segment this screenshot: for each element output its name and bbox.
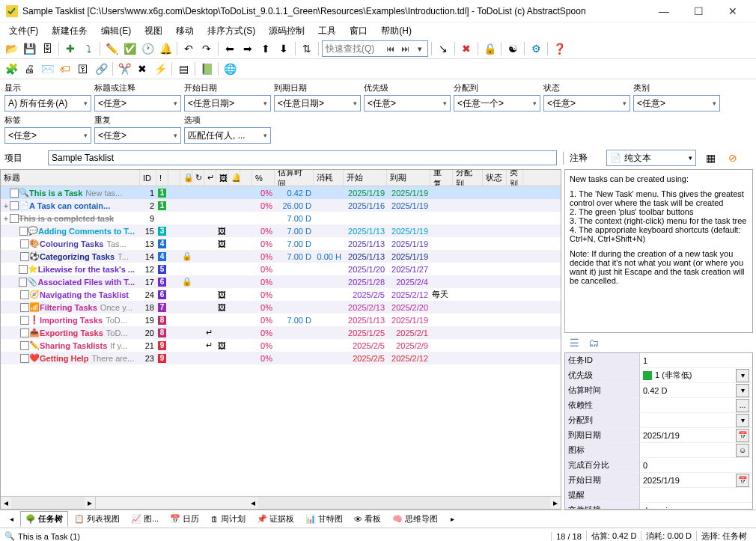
task-row[interactable]: + This is a completed task97.00 D	[1, 212, 561, 224]
menu-移动[interactable]: 移动	[170, 23, 200, 39]
filter-选项[interactable]: 匹配任何人, ...▾	[184, 127, 271, 144]
prop-value[interactable]: ☺	[640, 443, 752, 457]
save-icon[interactable]: 💾	[21, 40, 37, 57]
scrollbar-horizontal[interactable]: ◂ ▸ ◂ ▸	[1, 496, 561, 509]
tab-甘特图[interactable]: 📊甘特图	[300, 511, 348, 527]
col-🔒[interactable]: 🔒	[180, 170, 192, 186]
col-![interactable]: !	[156, 170, 168, 186]
task-checkbox[interactable]	[20, 341, 29, 350]
task-checkbox[interactable]	[10, 189, 19, 198]
prop-value[interactable]: 1	[640, 353, 752, 367]
reminder-icon[interactable]: 🔔	[157, 40, 174, 57]
cut-icon[interactable]: ✂️	[116, 61, 132, 77]
prop-value[interactable]: 0.42 D▾	[640, 383, 752, 397]
book-icon[interactable]: 📗	[198, 61, 215, 77]
minimize-button[interactable]: —	[647, 0, 681, 22]
task-row[interactable]: 🎨 Colouring TasksTas...134🖼0%7.00 D2025/…	[1, 237, 561, 250]
task-checkbox[interactable]	[20, 239, 29, 248]
col-🔔[interactable]: 🔔	[228, 170, 240, 186]
task-checkbox[interactable]	[20, 354, 29, 363]
close-button[interactable]: ✕	[716, 0, 750, 22]
prop-value[interactable]: 1 (非常低)▾	[640, 368, 752, 382]
col-🖼[interactable]: 🖼	[216, 170, 228, 186]
delete-icon[interactable]: ✖	[458, 40, 475, 57]
redo-icon[interactable]: ↷	[198, 40, 215, 57]
task-checkbox[interactable]	[20, 252, 29, 261]
filter-重复[interactable]: <任意>▾	[94, 127, 181, 144]
task-row[interactable]: 🔍 This is a TaskNew tas...110%0.42 D2025…	[1, 186, 561, 199]
menu-文件(F)[interactable]: 文件(F)	[3, 23, 44, 39]
sort-icon[interactable]: ⇅	[299, 40, 315, 57]
tab-日历[interactable]: 📅日历	[165, 511, 204, 527]
col-icon[interactable]	[240, 170, 252, 186]
col-重复[interactable]: 重复	[430, 170, 453, 186]
open-icon[interactable]: 📂	[3, 40, 19, 57]
key-icon[interactable]: ⚿	[75, 61, 91, 77]
task-row[interactable]: ❗ Importing TasksToD...1980%7.00 D2025/1…	[1, 314, 561, 326]
clock-icon[interactable]: 🕐	[139, 40, 156, 57]
tab-next-icon[interactable]: ▸	[444, 511, 460, 528]
prop-value[interactable]: ▾	[640, 413, 752, 427]
indent-icon[interactable]: ➡	[240, 40, 256, 57]
maximize-button[interactable]: ☐	[681, 0, 716, 22]
col-↵[interactable]: ↵	[204, 170, 216, 186]
edit-icon[interactable]: ✏️	[103, 40, 120, 57]
task-row[interactable]: ✏️ Sharing TasklistsIf y...219↵🖼0%2025/2…	[1, 339, 561, 352]
tag-icon[interactable]: 🏷	[57, 61, 73, 77]
filter-状态[interactable]: <任意>▾	[543, 95, 630, 111]
filter-类别[interactable]: <任意>▾	[633, 95, 720, 111]
settings-icon[interactable]: ⚙	[528, 40, 544, 57]
task-row[interactable]: ❤️ Getting HelpThere are...2390%2025/2/5…	[1, 352, 561, 364]
task-checkbox[interactable]	[20, 303, 29, 312]
link-icon[interactable]: 🔗	[93, 61, 109, 77]
complete-icon[interactable]: ✅	[121, 40, 138, 57]
menu-排序方式(S)[interactable]: 排序方式(S)	[201, 23, 261, 39]
new-subtask-icon[interactable]: ⤵	[80, 40, 97, 57]
filter-开始日期[interactable]: <任意日期>▾	[184, 95, 271, 111]
globe-icon[interactable]: 🌐	[222, 61, 238, 77]
tab-任务树[interactable]: 🌳任务树	[20, 511, 68, 527]
task-checkbox[interactable]	[20, 290, 29, 299]
tab-证据板[interactable]: 📌证据板	[252, 511, 299, 527]
col-消耗[interactable]: 消耗	[314, 170, 344, 186]
col-↻[interactable]: ↻	[192, 170, 204, 186]
move-up-icon[interactable]: ⬆	[257, 40, 274, 57]
search-dd-icon[interactable]: ▾	[412, 41, 427, 56]
task-row[interactable]: 🧭 Navigating the Tasklist246🖼0%2025/2/52…	[1, 288, 561, 301]
notes-area[interactable]: New tasks can be created using: 1. The '…	[564, 169, 753, 333]
move-down-icon[interactable]: ⬇	[275, 40, 292, 57]
task-checkbox[interactable]	[10, 201, 19, 210]
task-checkbox[interactable]	[20, 328, 29, 337]
quick-search-input[interactable]	[323, 42, 382, 55]
col-icon[interactable]	[168, 170, 180, 186]
lock-icon[interactable]: 🔒	[481, 40, 498, 57]
col-估算时间[interactable]: 估算时间	[275, 170, 314, 186]
quick-search[interactable]: ⏮ ⏭ ▾	[322, 40, 428, 57]
filter-标签[interactable]: <任意>▾	[4, 127, 91, 144]
yinyang-icon[interactable]: ☯	[504, 40, 521, 57]
flash-icon[interactable]: ⚡	[152, 61, 168, 77]
goto-icon[interactable]: ↘	[435, 40, 451, 57]
prop-value[interactable]: 0	[640, 458, 752, 472]
col-%[interactable]: %	[252, 170, 275, 186]
col-标题[interactable]: 标题	[1, 170, 140, 186]
tab-列表视图[interactable]: 📋列表视图	[69, 511, 125, 527]
col-类别[interactable]: 类别	[507, 170, 523, 186]
x-icon[interactable]: ✖	[134, 61, 150, 77]
save-all-icon[interactable]: 🗄	[39, 40, 55, 57]
col-开始[interactable]: 开始	[344, 170, 387, 186]
task-row[interactable]: 📤 Exporting TasksToD...208↵0%2025/1/2520…	[1, 326, 561, 339]
search-next-icon[interactable]: ⏭	[397, 41, 412, 56]
filter-到期日期[interactable]: <任意日期>▾	[274, 95, 361, 111]
filter-分配到[interactable]: <任意一个>▾	[454, 95, 540, 111]
task-checkbox[interactable]	[20, 316, 29, 325]
help-icon[interactable]: ❓	[551, 40, 567, 57]
task-checkbox[interactable]	[10, 214, 19, 223]
task-checkbox[interactable]	[19, 278, 27, 287]
filter-优先级[interactable]: <任意>▾	[364, 95, 451, 111]
menu-源码控制[interactable]: 源码控制	[263, 23, 311, 39]
puzzle-icon[interactable]: 🧩	[3, 61, 19, 77]
col-到期[interactable]: 到期	[387, 170, 430, 186]
col-状态[interactable]: 状态	[483, 170, 507, 186]
menu-工具[interactable]: 工具	[312, 23, 342, 39]
